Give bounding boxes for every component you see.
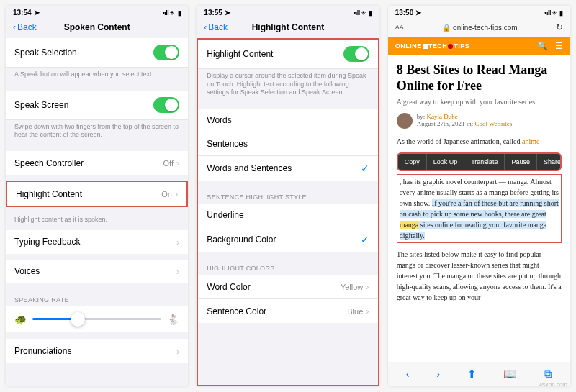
back-button[interactable]: ‹ Back bbox=[13, 22, 37, 32]
slider-thumb[interactable] bbox=[71, 312, 85, 327]
sentence-color-row[interactable]: Sentence Color Blue› bbox=[198, 299, 377, 323]
forward-icon[interactable]: › bbox=[436, 368, 440, 380]
sentences-label: Sentences bbox=[207, 139, 248, 149]
author-link[interactable]: Kayla Dube bbox=[426, 113, 457, 120]
wifi-icon: ᯤ bbox=[552, 9, 559, 17]
page-title: Highlight Content bbox=[252, 22, 325, 32]
tabs-icon[interactable]: ⧉ bbox=[544, 368, 552, 380]
location-icon: ➤ bbox=[225, 9, 230, 17]
speaking-rate-header: SPEAKING RATE bbox=[6, 289, 188, 306]
status-bar: 13:54 ➤ •ıll ᯤ ▮ bbox=[6, 6, 188, 18]
back-icon[interactable]: ‹ bbox=[405, 368, 409, 380]
highlight-content-label: Highlight Content bbox=[207, 49, 273, 59]
pause-button[interactable]: Pause bbox=[505, 154, 537, 170]
text-action-menu: Copy Look Up Translate Pause Share… bbox=[397, 152, 562, 171]
logo-part: TIPS bbox=[454, 42, 469, 50]
speech-controller-label: Speech Controller bbox=[14, 158, 84, 168]
category-link[interactable]: Cool Websites bbox=[474, 120, 512, 127]
typing-feedback-label: Typing Feedback bbox=[14, 237, 80, 247]
pronunciations-row[interactable]: Pronunciations › bbox=[6, 339, 188, 363]
highlight-content-toggle-row[interactable]: Highlight Content bbox=[198, 40, 377, 69]
highlight-content-row[interactable]: Highlight Content On› bbox=[7, 182, 186, 206]
words-and-sentences-row[interactable]: Words and Sentences ✓ bbox=[198, 156, 377, 181]
underline-row[interactable]: Underline bbox=[198, 204, 377, 227]
chevron-right-icon: › bbox=[366, 306, 369, 316]
highlighted-region: , has its graphic novel counterpart — ma… bbox=[397, 174, 562, 243]
battery-icon: ▮ bbox=[559, 9, 563, 17]
paragraph-1: As the world of Japanese animation, call… bbox=[397, 136, 562, 147]
copy-button[interactable]: Copy bbox=[398, 154, 427, 170]
status-time: 13:55 bbox=[204, 9, 222, 17]
highlight-content-desc: Display a cursor around the selected ite… bbox=[198, 69, 377, 103]
screen-highlight-content: 13:55 ➤ •ıll ᯤ ▮ ‹ Back Highlight Conten… bbox=[197, 6, 379, 386]
typing-feedback-row[interactable]: Typing Feedback › bbox=[6, 230, 188, 254]
search-icon[interactable]: 🔍 bbox=[537, 41, 548, 51]
article-title: 8 Best Sites to Read Manga Online for Fr… bbox=[397, 63, 562, 94]
site-logo[interactable]: ONLINETECHTIPS bbox=[395, 42, 470, 50]
speaking-rate-slider[interactable] bbox=[32, 318, 161, 320]
word-color-label: Word Color bbox=[207, 282, 250, 292]
nav-bar: ‹ Back Highlight Content bbox=[197, 18, 379, 38]
chevron-right-icon: › bbox=[176, 266, 179, 277]
share-icon[interactable]: ⬆ bbox=[467, 368, 477, 380]
back-label: Back bbox=[208, 22, 228, 32]
chevron-left-icon: ‹ bbox=[13, 22, 16, 32]
url-bar[interactable]: 🔒 online-tech-tips.com bbox=[410, 24, 550, 32]
battery-icon: ▮ bbox=[369, 9, 372, 17]
speak-selection-label: Speak Selection bbox=[14, 47, 77, 58]
speak-selection-toggle[interactable] bbox=[153, 45, 179, 60]
logo-circle-icon bbox=[448, 44, 453, 49]
speaking-rate-slider-row: 🐢 🐇 bbox=[6, 306, 188, 332]
chevron-right-icon: › bbox=[366, 281, 369, 292]
p1-text: As the world of Japanese animation, call… bbox=[397, 137, 522, 145]
article-subtitle: A great way to keep up with your favorit… bbox=[397, 98, 562, 106]
back-label: Back bbox=[17, 22, 37, 32]
speech-controller-value: Off bbox=[163, 159, 174, 168]
lookup-button[interactable]: Look Up bbox=[427, 154, 465, 170]
highlight-content-label: Highlight Content bbox=[16, 189, 82, 199]
location-icon: ➤ bbox=[34, 9, 40, 17]
style-header: SENTENCE HIGHLIGHT STYLE bbox=[198, 186, 377, 204]
screen-spoken-content: 13:54 ➤ •ıll ᯤ ▮ ‹ Back Spoken Content S… bbox=[6, 6, 188, 386]
logo-part: ONLINE bbox=[395, 42, 422, 50]
logo-square-icon bbox=[423, 44, 428, 49]
speak-screen-label: Speak Screen bbox=[14, 100, 68, 110]
translate-button[interactable]: Translate bbox=[464, 154, 505, 170]
paragraph-1b: , has its graphic novel counterpart — ma… bbox=[400, 176, 559, 241]
chevron-right-icon: › bbox=[176, 158, 179, 168]
highlight-content-toggle[interactable] bbox=[343, 46, 369, 62]
words-row[interactable]: Words bbox=[198, 109, 377, 132]
refresh-icon[interactable]: ↻ bbox=[556, 22, 563, 32]
voices-row[interactable]: Voices › bbox=[6, 260, 188, 283]
pronunciations-label: Pronunciations bbox=[14, 346, 71, 356]
speak-screen-toggle[interactable] bbox=[153, 97, 179, 113]
byline: by: Kayla Dube August 27th, 2021 in: Coo… bbox=[397, 113, 562, 129]
chevron-right-icon: › bbox=[176, 237, 179, 247]
wifi-icon: ᯤ bbox=[361, 9, 368, 17]
chevron-right-icon: › bbox=[176, 346, 179, 357]
signal-icon: •ıll bbox=[163, 9, 169, 17]
back-button[interactable]: ‹ Back bbox=[204, 22, 228, 32]
sentence-color-value: Blue bbox=[347, 307, 363, 316]
bookmarks-icon[interactable]: 📖 bbox=[503, 368, 517, 380]
speech-controller-row[interactable]: Speech Controller Off› bbox=[6, 151, 188, 175]
rabbit-icon: 🐇 bbox=[167, 314, 179, 325]
speak-selection-row[interactable]: Speak Selection bbox=[6, 38, 188, 68]
url-text: online-tech-tips.com bbox=[453, 24, 517, 32]
anime-link[interactable]: anime bbox=[522, 137, 539, 145]
status-time: 13:50 bbox=[395, 9, 414, 17]
sentence-color-label: Sentence Color bbox=[207, 306, 266, 316]
sentences-row[interactable]: Sentences bbox=[198, 132, 377, 156]
speak-screen-row[interactable]: Speak Screen bbox=[6, 91, 188, 120]
share-button[interactable]: Share… bbox=[537, 154, 562, 170]
highlight-content-footer: Highlight content as it is spoken. bbox=[6, 213, 188, 230]
background-color-row[interactable]: Background Color ✓ bbox=[198, 227, 377, 252]
word-color-row[interactable]: Word Color Yellow› bbox=[198, 275, 377, 299]
signal-icon: •ıll bbox=[544, 9, 551, 17]
status-bar: 13:55 ➤ •ıll ᯤ ▮ bbox=[197, 6, 379, 18]
text-size-button[interactable]: AA bbox=[395, 24, 404, 31]
speak-screen-footer: Swipe down with two fingers from the top… bbox=[6, 120, 188, 145]
menu-icon[interactable]: ☰ bbox=[555, 41, 563, 51]
status-bar: 13:50 ➤ •ıll ᯤ ▮ bbox=[388, 6, 570, 18]
watermark: wsxdn.com bbox=[539, 381, 567, 388]
